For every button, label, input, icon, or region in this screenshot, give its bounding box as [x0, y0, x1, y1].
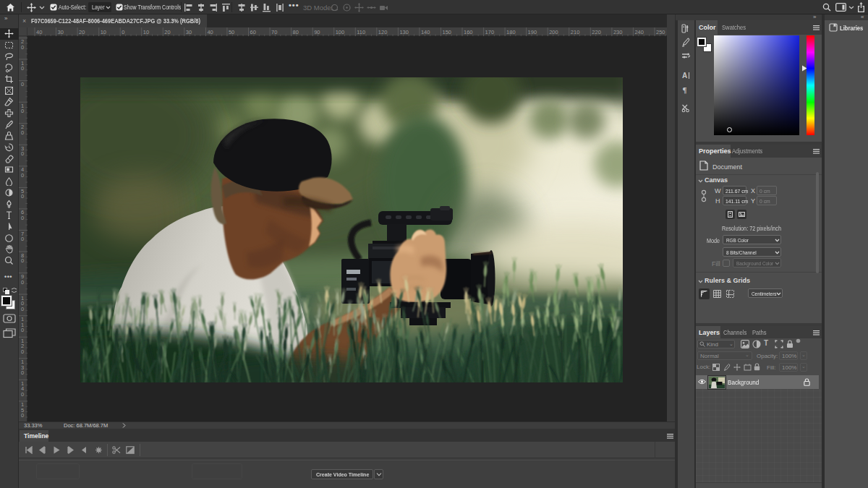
svg-text:60: 60	[250, 29, 256, 35]
svg-text:200: 200	[549, 29, 558, 35]
svg-text:230: 230	[613, 29, 623, 35]
svg-text:30: 30	[186, 29, 192, 35]
svg-text:240: 240	[634, 29, 644, 35]
svg-text:220: 220	[592, 29, 601, 35]
svg-text:250: 250	[656, 29, 665, 35]
svg-text:50: 50	[229, 29, 234, 35]
svg-text:30: 30	[58, 29, 64, 35]
svg-text:90: 90	[314, 29, 320, 35]
svg-text:0: 0	[21, 108, 24, 114]
svg-text:0: 0	[21, 369, 24, 376]
svg-text:130: 130	[399, 29, 409, 35]
svg-text:20: 20	[164, 29, 170, 35]
svg-text:0: 0	[21, 81, 24, 87]
svg-text:10: 10	[101, 29, 106, 35]
svg-text:120: 120	[378, 29, 388, 35]
svg-text:¶: ¶	[683, 85, 687, 94]
svg-text:20: 20	[79, 29, 85, 35]
svg-text:170: 170	[485, 29, 495, 35]
svg-text:180: 180	[506, 29, 516, 35]
svg-text:A: A	[682, 72, 687, 80]
svg-text:0: 0	[21, 65, 24, 72]
svg-text:0: 0	[21, 412, 24, 419]
svg-text:100: 100	[336, 29, 345, 35]
svg-text:0: 0	[21, 306, 24, 312]
svg-text:0: 0	[21, 193, 24, 200]
svg-text:40: 40	[36, 29, 42, 35]
svg-text:0: 0	[21, 236, 24, 242]
svg-text:0: 0	[21, 279, 24, 286]
svg-text:140: 140	[421, 29, 430, 35]
svg-text:210: 210	[571, 29, 580, 35]
svg-text:0: 0	[21, 172, 24, 179]
svg-text:10: 10	[143, 29, 149, 35]
svg-text:40: 40	[207, 29, 213, 35]
svg-text:150: 150	[443, 29, 452, 35]
svg-text:160: 160	[464, 29, 473, 35]
svg-text:0: 0	[122, 29, 124, 35]
svg-text:70: 70	[271, 29, 277, 35]
svg-text:0: 0	[21, 215, 24, 221]
svg-text:0: 0	[21, 391, 24, 398]
svg-text:0: 0	[21, 44, 24, 51]
svg-text:0: 0	[21, 348, 24, 355]
svg-text:0: 0	[21, 257, 24, 264]
svg-text:0: 0	[21, 150, 24, 157]
svg-text:190: 190	[528, 29, 537, 35]
svg-text:0: 0	[21, 129, 24, 136]
svg-text:80: 80	[293, 29, 299, 35]
svg-text:110: 110	[357, 29, 365, 35]
svg-text:0: 0	[21, 327, 24, 333]
